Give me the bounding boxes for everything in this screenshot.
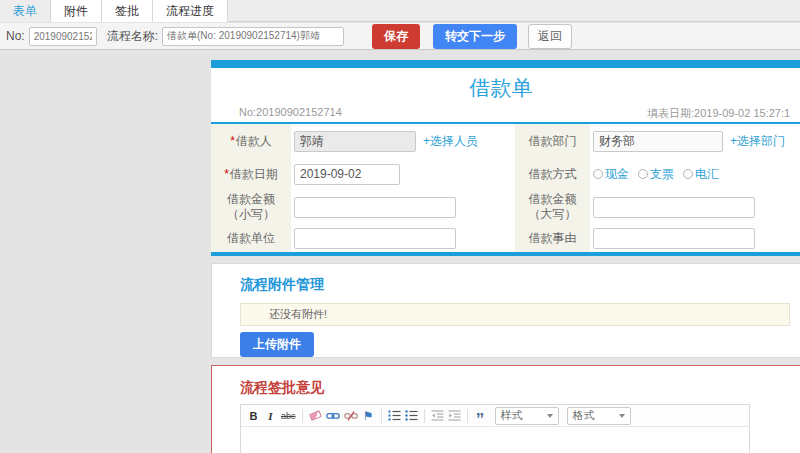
select-person-link[interactable]: +选择人员 (423, 133, 478, 150)
toolbar-separator (424, 409, 425, 423)
amount-upper-input[interactable] (593, 197, 755, 218)
unlink-icon[interactable] (344, 408, 358, 424)
radio-cash[interactable]: 现金 (593, 166, 629, 183)
card-bottom-bar (211, 252, 800, 256)
no-label: No: (6, 29, 25, 43)
loan-reason-input[interactable] (593, 228, 755, 249)
rich-text-editor: B I abc ⚑ (240, 404, 750, 453)
attachments-card: 流程附件管理 还没有附件! 上传附件 (211, 263, 800, 358)
required-marker: * (230, 134, 235, 148)
editor-toolbar: B I abc ⚑ (241, 405, 749, 427)
format-dropdown[interactable]: 格式 (567, 407, 631, 425)
page-title: 借款单 (211, 74, 791, 102)
borrower-input[interactable] (294, 131, 416, 152)
toolbar-separator (467, 409, 468, 423)
amount-upper-label-cell: 借款金额（大写） (515, 190, 590, 224)
remove-format-icon[interactable] (309, 408, 322, 424)
borrower-field-cell: +选择人员 (291, 124, 515, 158)
loan-method-field-cell: 现金 支票 电汇 (590, 158, 800, 190)
amount-lower-field-cell (291, 190, 515, 224)
strikethrough-icon[interactable]: abc (281, 408, 296, 424)
radio-check[interactable]: 支票 (638, 166, 674, 183)
indent-icon[interactable] (448, 408, 461, 424)
attachments-heading: 流程附件管理 (240, 276, 324, 294)
radio-circle-icon[interactable] (683, 169, 693, 179)
blockquote-icon[interactable]: ” (474, 408, 487, 424)
process-name-label: 流程名称: (107, 28, 158, 45)
department-label-cell: 借款部门 (515, 124, 590, 158)
loan-unit-input[interactable] (294, 228, 456, 249)
transfer-next-step-button[interactable]: 转交下一步 (433, 24, 517, 49)
tab-form[interactable]: 表单 (0, 0, 51, 22)
save-button[interactable]: 保存 (372, 24, 420, 49)
radio-wire[interactable]: 电汇 (683, 166, 719, 183)
amount-lower-label-cell: 借款金额（小写） (211, 190, 291, 224)
tab-bar: 表单 附件 签批 流程进度 (0, 0, 800, 22)
select-department-link[interactable]: +选择部门 (730, 133, 785, 150)
amount-lower-input[interactable] (294, 197, 456, 218)
bold-icon[interactable]: B (247, 408, 260, 424)
outdent-icon[interactable] (431, 408, 444, 424)
borrower-label-cell: *借款人 (211, 124, 291, 158)
loan-reason-field-cell (590, 224, 800, 252)
form-fill-date-text: 填表日期:2019-09-02 15:27:1 (647, 106, 790, 121)
toolbar-separator (381, 409, 382, 423)
loan-unit-field-cell (291, 224, 515, 252)
card-top-bar (211, 60, 800, 68)
loan-date-label-cell: *借款日期 (211, 158, 291, 190)
no-attachments-alert: 还没有附件! (240, 303, 790, 326)
numbered-list-icon[interactable] (388, 408, 401, 424)
loan-unit-label-cell: 借款单位 (211, 224, 291, 252)
styles-dropdown[interactable]: 样式 (495, 407, 559, 425)
radio-circle-icon[interactable] (593, 169, 603, 179)
link-icon[interactable] (326, 408, 340, 424)
loan-method-label-cell: 借款方式 (515, 158, 590, 190)
loan-date-field-cell (291, 158, 515, 190)
tab-attachments[interactable]: 附件 (51, 0, 102, 22)
approval-heading: 流程签批意见 (240, 379, 324, 397)
process-name-input[interactable] (162, 27, 344, 46)
tab-approval[interactable]: 签批 (102, 0, 153, 22)
department-input[interactable] (593, 131, 723, 152)
action-toolbar: No: 流程名称: 保存 转交下一步 返回 (0, 23, 800, 50)
loan-date-input[interactable] (294, 164, 400, 185)
bulleted-list-icon[interactable] (405, 408, 418, 424)
back-button[interactable]: 返回 (528, 24, 572, 49)
italic-icon[interactable]: I (264, 408, 277, 424)
screen: 表单 附件 签批 流程进度 No: 流程名称: 保存 转交下一步 返回 借款单 … (0, 0, 800, 453)
loan-method-radio-group: 现金 支票 电汇 (593, 166, 719, 183)
flag-anchor-icon[interactable]: ⚑ (362, 408, 375, 424)
loan-form-card: 借款单 No:20190902152714 填表日期:2019-09-02 15… (211, 60, 800, 256)
chevron-down-icon (619, 414, 625, 418)
chevron-down-icon (547, 414, 553, 418)
radio-circle-icon[interactable] (638, 169, 648, 179)
required-marker: * (224, 167, 229, 181)
no-input[interactable] (29, 27, 97, 46)
toolbar-separator (302, 409, 303, 423)
department-field-cell: +选择部门 (590, 124, 800, 158)
form-number-text: No:20190902152714 (239, 106, 342, 118)
tab-process-progress[interactable]: 流程进度 (153, 0, 228, 22)
upload-attachment-button[interactable]: 上传附件 (240, 332, 314, 357)
approval-opinion-card: 流程签批意见 B I abc ⚑ (211, 365, 800, 453)
amount-upper-field-cell (590, 190, 800, 224)
loan-form-table: *借款人 +选择人员 借款部门 +选择部门 *借款日期 借款方式 现金 支票 电… (211, 124, 800, 252)
loan-reason-label-cell: 借款事由 (515, 224, 590, 252)
editor-content-area[interactable] (241, 427, 749, 453)
